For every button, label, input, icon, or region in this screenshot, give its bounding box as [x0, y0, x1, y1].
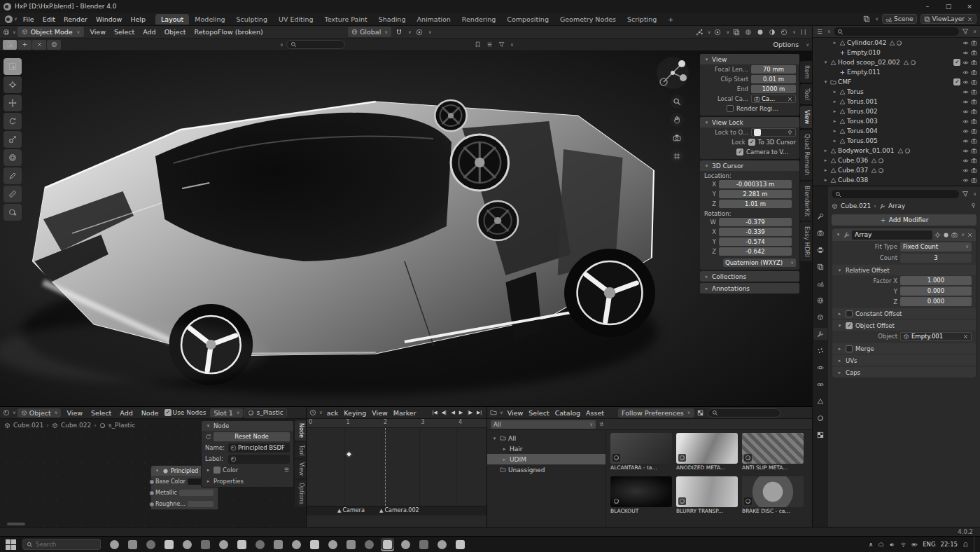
node-name-field[interactable]: Principled BSDF [228, 443, 290, 453]
outliner-search-input[interactable] [834, 27, 959, 36]
shader-menu-item[interactable]: Add [115, 408, 136, 418]
taskbar-app-icon[interactable] [199, 538, 212, 551]
hide-eye-icon[interactable] [962, 79, 969, 85]
chevron-down-icon[interactable]: ▾ [154, 468, 160, 474]
timeline-menu-item[interactable]: ack [324, 408, 342, 418]
viewport-menu-item[interactable]: Object [160, 27, 190, 36]
chevron-down-icon[interactable]: ∨ [510, 42, 514, 48]
asset-thumbnail[interactable] [742, 476, 804, 507]
shading-material-button[interactable] [767, 28, 777, 36]
shading-rendered-button[interactable] [779, 28, 789, 36]
close-icon[interactable] [787, 96, 793, 102]
workspace-tab[interactable]: Sculpting [231, 14, 273, 25]
camera-to-view-checkbox[interactable] [736, 149, 743, 156]
language-indicator[interactable]: ENG [923, 541, 935, 548]
catalog-name[interactable]: Hair [510, 446, 522, 453]
object-name[interactable]: Torus.002 [847, 108, 878, 115]
zoom-icon[interactable] [670, 95, 684, 109]
taskbar-app-icon[interactable] [399, 538, 412, 551]
hide-eye-icon[interactable] [962, 109, 969, 115]
show-gizmo-toggle[interactable] [694, 28, 704, 36]
tool-button[interactable] [4, 131, 22, 148]
breadcrumb-item[interactable]: s_Plastic [108, 422, 135, 429]
taskbar-app-icon[interactable] [308, 538, 321, 551]
menubar-item[interactable]: Edit [38, 15, 59, 24]
clock[interactable]: 22:15 [941, 541, 958, 548]
expand-arrow-icon[interactable]: ▸ [832, 40, 838, 46]
catalog-name[interactable]: All [508, 435, 516, 442]
shading-solid-button[interactable] [755, 28, 765, 36]
collections-section-header[interactable]: ▸Collections [700, 271, 799, 282]
playback-button[interactable]: ▶∣ [475, 410, 484, 415]
horizontal-scrollbar[interactable] [7, 523, 25, 525]
fit-type-dropdown[interactable]: Fixed Count∨ [900, 242, 972, 251]
expand-arrow-icon[interactable]: ▸ [832, 138, 838, 144]
offset-object-field[interactable]: Empty.001 [900, 332, 972, 341]
expand-arrow-icon[interactable]: ▸ [832, 99, 838, 104]
taskbar-app-icon[interactable] [181, 538, 194, 551]
asset-thumbnail[interactable] [610, 476, 672, 507]
outliner-row[interactable]: Empty.010 [813, 48, 980, 57]
view-section-header[interactable]: ▾View [700, 54, 799, 64]
object-name[interactable]: Cylinder.042 [847, 39, 886, 46]
axis-value-field[interactable]: -0.574 [719, 237, 792, 246]
snap-toggle[interactable] [394, 28, 404, 36]
catalog-name[interactable]: Unassigned [508, 467, 545, 474]
properties-tab[interactable] [813, 261, 827, 272]
chevron-down-icon[interactable]: ∨ [428, 29, 432, 35]
taskbar-app-icon[interactable] [417, 538, 430, 551]
object-name[interactable]: Torus.001 [847, 98, 878, 105]
asset-item[interactable]: ANTI SLIP META... [742, 433, 804, 474]
object-offset-checkbox[interactable] [846, 322, 853, 329]
reset-node-button[interactable]: Reset Node [214, 432, 290, 441]
properties-tab[interactable] [813, 210, 827, 222]
render-visibility-icon[interactable] [971, 158, 977, 164]
close-button[interactable]: × [959, 0, 980, 13]
breadcrumb-item[interactable]: Cube.021 [13, 422, 43, 429]
value-field[interactable]: 0.000 [900, 297, 972, 306]
asset-thumbnail[interactable] [610, 433, 672, 464]
value-field[interactable]: 1000 m [751, 85, 796, 93]
object-name[interactable]: Cube.038 [838, 177, 868, 184]
properties-tab[interactable] [813, 311, 827, 323]
render-visibility-icon[interactable] [971, 40, 977, 46]
add-modifier-button[interactable]: Add Modifier [832, 214, 976, 226]
menubar-item[interactable]: Help [126, 15, 150, 24]
lock-3d-cursor-checkbox[interactable] [748, 139, 755, 146]
shader-menu-item[interactable]: View [62, 408, 87, 418]
editor-type-icon[interactable] [816, 28, 823, 35]
expand-arrow-icon[interactable]: ▸ [832, 109, 838, 114]
node-label-field[interactable] [228, 455, 290, 464]
expand-arrow-icon[interactable]: ▸ [832, 89, 838, 95]
shader-editor[interactable]: ∨ Object∨ ViewSelectAddNode Use Nodes Sl… [0, 406, 306, 527]
asset-item[interactable]: ALCANTARA - ta... [610, 433, 672, 474]
sidebar-tab[interactable]: View [800, 106, 812, 128]
dopesheet-area[interactable] [307, 428, 486, 506]
tool-button[interactable] [4, 167, 22, 184]
uvs-header[interactable]: ▸UVs [832, 355, 976, 366]
tool-button[interactable] [4, 113, 22, 130]
node-input-row[interactable]: Roughne... [151, 498, 218, 509]
sidebar-tab[interactable]: Tool [800, 84, 812, 104]
pin-icon[interactable] [970, 202, 976, 209]
outliner-row[interactable]: ▾ Hood scoop_02.002 [813, 57, 980, 67]
taskbar-app-icon[interactable] [235, 538, 248, 551]
shader-menu-item[interactable]: Select [87, 408, 115, 418]
editor-type-icon[interactable] [3, 409, 10, 416]
pause-icon[interactable]: ∣∣ [798, 29, 809, 35]
taskbar-app-icon[interactable] [344, 538, 358, 551]
render-visibility-icon[interactable] [971, 167, 977, 174]
render-visibility-icon[interactable] [971, 89, 977, 95]
color-section-header[interactable]: ▸Color [202, 464, 293, 476]
show-overlays-toggle[interactable] [713, 28, 722, 36]
hide-eye-icon[interactable] [962, 167, 969, 174]
taskbar-app-icon[interactable] [144, 538, 158, 551]
properties-tab[interactable] [813, 328, 827, 340]
render-visibility-icon[interactable] [971, 50, 977, 56]
transform-orientation-dropdown[interactable]: Global ∨ [348, 27, 391, 37]
shader-sidebar-tab[interactable]: View [295, 460, 306, 478]
playback-button[interactable]: ∣◀ [430, 410, 439, 415]
lock-object-field[interactable] [751, 128, 796, 137]
hide-eye-icon[interactable] [962, 128, 969, 134]
chevron-down-icon[interactable]: ∨ [280, 42, 284, 48]
